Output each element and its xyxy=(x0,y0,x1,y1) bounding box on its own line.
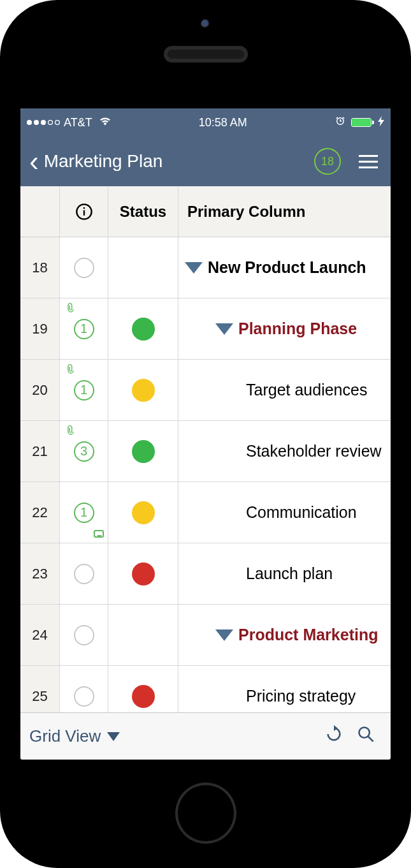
disclosure-triangle-icon[interactable] xyxy=(185,262,203,274)
search-button[interactable] xyxy=(350,725,382,747)
info-cell[interactable]: 1 xyxy=(60,298,108,359)
primary-column-header[interactable]: Primary Column xyxy=(178,186,391,237)
svg-rect-2 xyxy=(83,207,84,209)
status-cell[interactable] xyxy=(108,666,178,712)
search-icon xyxy=(357,725,375,743)
clock: 10:58 AM xyxy=(112,116,335,129)
info-icon xyxy=(75,203,93,221)
primary-cell[interactable]: Planning Phase xyxy=(178,298,391,359)
home-button xyxy=(175,783,236,844)
status-cell[interactable] xyxy=(108,360,178,420)
discussion-bubble-icon: 1 xyxy=(74,380,94,401)
menu-button[interactable] xyxy=(355,151,382,172)
alarm-icon xyxy=(335,115,346,130)
phone-frame: AT&T 10:58 AM ‹ Marketing Pla xyxy=(0,0,411,868)
status-dot-icon xyxy=(132,440,155,463)
bottom-toolbar: Grid View xyxy=(20,712,391,760)
primary-cell[interactable]: Pricing strategy xyxy=(178,666,391,712)
discussion-bubble-icon: 3 xyxy=(74,441,94,462)
status-cell[interactable] xyxy=(108,237,178,298)
discussion-bubble-icon xyxy=(74,686,94,707)
view-picker[interactable]: Grid View xyxy=(29,726,120,746)
table-row[interactable]: 25Pricing strategy xyxy=(20,666,391,712)
primary-cell[interactable]: Communication xyxy=(178,482,391,543)
discussion-bubble-icon xyxy=(74,258,94,278)
table-row[interactable]: 24Product Marketing xyxy=(20,605,391,666)
status-dot-icon xyxy=(132,563,155,585)
info-cell[interactable]: 1 xyxy=(60,482,108,543)
row-number[interactable]: 24 xyxy=(20,605,60,665)
ios-status-bar: AT&T 10:58 AM xyxy=(20,108,391,136)
primary-text: New Product Launch xyxy=(208,258,366,277)
screen: AT&T 10:58 AM ‹ Marketing Pla xyxy=(20,108,391,760)
status-column-header[interactable]: Status xyxy=(108,186,178,237)
signal-strength-icon xyxy=(27,120,60,125)
app-nav-bar: ‹ Marketing Plan 18 xyxy=(20,136,391,186)
status-dot-icon xyxy=(132,685,155,708)
status-dot-icon xyxy=(132,379,155,402)
status-cell[interactable] xyxy=(108,421,178,482)
table-row[interactable]: 213Stakeholder review xyxy=(20,421,391,482)
back-button[interactable]: ‹ xyxy=(29,147,39,175)
primary-text: Stakeholder review xyxy=(246,442,382,460)
disclosure-triangle-icon[interactable] xyxy=(215,629,233,641)
primary-text: Planning Phase xyxy=(238,320,357,338)
primary-text: Target audiences xyxy=(246,381,367,399)
attachment-icon xyxy=(66,425,75,438)
primary-text: Pricing strategy xyxy=(246,687,356,705)
row-number[interactable]: 23 xyxy=(20,543,60,604)
svg-line-4 xyxy=(368,737,373,742)
info-cell[interactable]: 3 xyxy=(60,421,108,482)
primary-cell[interactable]: Launch plan xyxy=(178,543,391,604)
row-number[interactable]: 25 xyxy=(20,666,60,712)
table-row[interactable]: 23Launch plan xyxy=(20,543,391,605)
svg-point-3 xyxy=(359,728,370,738)
discussion-bubble-icon: 1 xyxy=(74,503,94,523)
refresh-icon xyxy=(325,725,343,743)
battery-icon xyxy=(351,118,371,127)
status-cell[interactable] xyxy=(108,605,178,665)
row-badge[interactable]: 18 xyxy=(314,148,341,175)
rownum-header xyxy=(20,186,60,237)
chevron-down-icon xyxy=(107,732,120,741)
row-number[interactable]: 19 xyxy=(20,298,60,359)
primary-text: Communication xyxy=(246,503,357,522)
page-title: Marketing Plan xyxy=(44,151,314,172)
discussion-bubble-icon xyxy=(74,625,94,645)
row-number[interactable]: 22 xyxy=(20,482,60,543)
primary-text: Launch plan xyxy=(246,564,333,583)
info-cell[interactable] xyxy=(60,237,108,298)
svg-rect-1 xyxy=(83,210,84,215)
info-cell[interactable] xyxy=(60,543,108,604)
table-row[interactable]: 221Communication xyxy=(20,482,391,543)
status-cell[interactable] xyxy=(108,482,178,543)
view-picker-label: Grid View xyxy=(29,726,101,746)
carrier-label: AT&T xyxy=(64,116,92,129)
primary-cell[interactable]: Target audiences xyxy=(178,360,391,420)
sheet-grid[interactable]: Status Primary Column 18New Product Laun… xyxy=(20,186,391,712)
primary-cell[interactable]: Product Marketing xyxy=(178,605,391,665)
table-row[interactable]: 191Planning Phase xyxy=(20,298,391,360)
status-cell[interactable] xyxy=(108,543,178,604)
status-dot-icon xyxy=(132,318,155,341)
info-cell[interactable]: 1 xyxy=(60,360,108,420)
primary-cell[interactable]: New Product Launch xyxy=(178,237,391,298)
discussion-bubble-icon xyxy=(74,564,94,584)
info-cell[interactable] xyxy=(60,605,108,665)
table-row[interactable]: 201Target audiences xyxy=(20,360,391,421)
primary-text: Product Marketing xyxy=(238,626,378,644)
attachment-icon xyxy=(66,364,75,376)
row-number[interactable]: 18 xyxy=(20,237,60,298)
info-cell[interactable] xyxy=(60,666,108,712)
wifi-icon xyxy=(99,116,112,129)
row-number[interactable]: 20 xyxy=(20,360,60,420)
attachment-icon xyxy=(66,302,75,315)
comment-icon xyxy=(94,530,104,538)
table-row[interactable]: 18New Product Launch xyxy=(20,237,391,298)
row-number[interactable]: 21 xyxy=(20,421,60,482)
status-cell[interactable] xyxy=(108,298,178,359)
refresh-button[interactable] xyxy=(318,725,350,747)
info-column-header[interactable] xyxy=(60,186,108,237)
disclosure-triangle-icon[interactable] xyxy=(215,323,233,335)
primary-cell[interactable]: Stakeholder review xyxy=(178,421,391,482)
